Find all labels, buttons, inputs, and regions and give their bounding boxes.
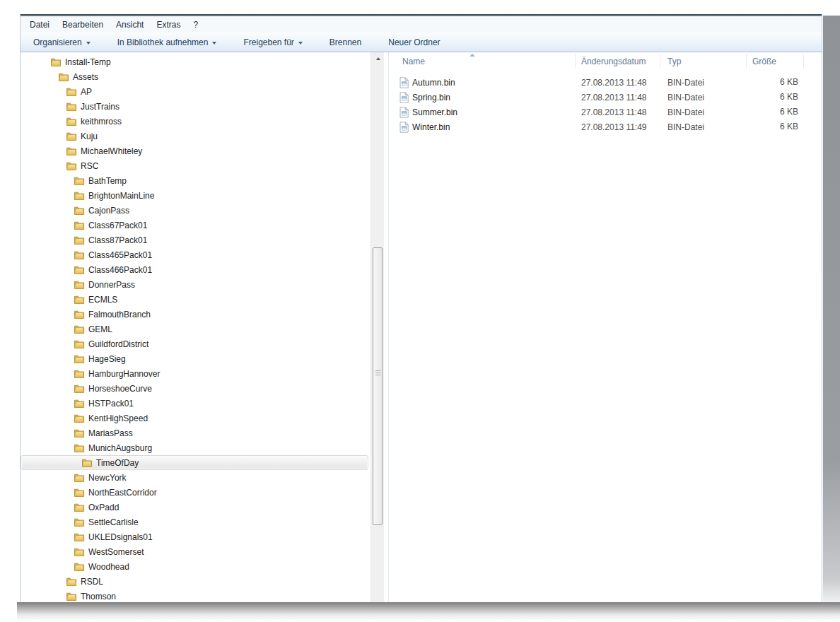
toolbar-button-neuer-ordner[interactable]: Neuer Ordner: [383, 35, 445, 49]
toolbar-button-in-bibliothek-aufnehmen[interactable]: In Bibliothek aufnehmen: [112, 35, 223, 49]
file-row-spring-bin[interactable]: Spring.bin 27.08.2013 11:48 BIN-Datei 6 …: [389, 90, 822, 105]
menu-item-label: Bearbeiten: [62, 20, 103, 30]
menu-item-label: ?: [193, 20, 198, 30]
folder-icon: [66, 102, 77, 112]
toolbar-button-freigeben-für[interactable]: Freigeben für: [238, 35, 308, 49]
column-header-size[interactable]: Größe: [747, 54, 804, 69]
tree-item-mariaspass[interactable]: MariasPass: [21, 426, 368, 440]
tree-item-brightonmainline[interactable]: BrightonMainLine: [21, 188, 368, 203]
tree-item-thomson[interactable]: Thomson: [21, 589, 368, 602]
tree-item-keithmross[interactable]: keithmross: [21, 114, 368, 129]
tree-item-label: MichaelWhiteley: [81, 146, 142, 156]
folder-icon: [74, 369, 85, 379]
tree-item-kenthighspeed[interactable]: KentHighSpeed: [21, 411, 368, 426]
file-row-winter-bin[interactable]: Winter.bin 27.08.2013 11:49 BIN-Datei 6 …: [389, 119, 822, 134]
tree-item-class465pack01[interactable]: Class465Pack01: [21, 247, 368, 262]
menu-item-ansicht[interactable]: Ansicht: [110, 18, 150, 32]
tree-item-install-temp[interactable]: Install-Temp: [21, 54, 368, 69]
folder-icon: [74, 413, 85, 423]
folder-icon: [50, 57, 62, 67]
tree-item-ecmls[interactable]: ECMLS: [21, 292, 368, 307]
tree-item-kuju[interactable]: Kuju: [21, 129, 368, 143]
menu-bar: DateiBearbeitenAnsichtExtras?: [21, 16, 822, 33]
tree-item-rsc[interactable]: RSC: [21, 158, 368, 173]
tree-item-label: Install-Temp: [65, 57, 111, 67]
tree-scrollbar[interactable]: [371, 52, 384, 602]
tree-item-falmouthbranch[interactable]: FalmouthBranch: [21, 307, 368, 322]
tree-item-newcyork[interactable]: NewcYork: [21, 470, 368, 485]
tree-item-northeastcorridor[interactable]: NorthEastCorridor: [21, 485, 368, 500]
toolbar-button-brennen[interactable]: Brennen: [324, 35, 367, 49]
column-header-type[interactable]: Typ: [660, 54, 747, 69]
folder-icon: [74, 250, 85, 260]
tree-item-label: BathTemp: [88, 176, 127, 186]
tree-item-geml[interactable]: GEML: [21, 322, 368, 336]
tree-item-label: MariasPass: [88, 428, 133, 438]
folder-icon: [74, 235, 85, 245]
file-name-cell: Winter.bin: [389, 122, 576, 133]
tree-item-guildforddistrict[interactable]: GuildfordDistrict: [21, 336, 368, 351]
file-size-cell: 6 KB: [747, 119, 804, 134]
menu-item-extras[interactable]: Extras: [150, 18, 187, 32]
tree-item-hamburghannover[interactable]: HamburgHannover: [21, 366, 368, 381]
menu-item-bearbeiten[interactable]: Bearbeiten: [56, 18, 110, 32]
tree-item-cajonpass[interactable]: CajonPass: [21, 203, 368, 218]
scrollbar-thumb[interactable]: [373, 247, 383, 525]
file-row-autumn-bin[interactable]: Autumn.bin 27.08.2013 11:48 BIN-Datei 6 …: [389, 75, 822, 90]
tree-item-munichaugsburg[interactable]: MunichAugsburg: [21, 440, 368, 455]
file-name: Autumn.bin: [412, 78, 455, 88]
tree-item-label: Class465Pack01: [88, 250, 152, 260]
tree-item-justtrains[interactable]: JustTrains: [21, 99, 368, 114]
tree-item-rsdl[interactable]: RSDL: [21, 574, 368, 589]
tree-item-settlecarlisle[interactable]: SettleCarlisle: [21, 515, 368, 529]
tree-item-oxpadd[interactable]: OxPadd: [21, 500, 368, 515]
tree-item-hstpack01[interactable]: HSTPack01: [21, 396, 368, 411]
tree-item-label: Class87Pack01: [88, 235, 147, 245]
tree-item-michaelwhiteley[interactable]: MichaelWhiteley: [21, 143, 368, 158]
tree-item-label: OxPadd: [88, 503, 119, 512]
tree-item-label: JustTrains: [81, 102, 119, 112]
tree-item-timeofday[interactable]: TimeOfDay: [21, 455, 368, 470]
folder-icon: [66, 577, 77, 587]
tree-item-bathtemp[interactable]: BathTemp: [21, 173, 368, 188]
toolbar-button-organisieren[interactable]: Organisieren: [28, 35, 96, 49]
explorer-window: DateiBearbeitenAnsichtExtras? Organisier…: [20, 14, 822, 602]
file-name: Spring.bin: [412, 93, 450, 102]
tree-item-class466pack01[interactable]: Class466Pack01: [21, 262, 368, 277]
menu-item-datei[interactable]: Datei: [23, 18, 56, 32]
file-row-summer-bin[interactable]: Summer.bin 27.08.2013 11:48 BIN-Datei 6 …: [389, 105, 822, 119]
tree-item-hagesieg[interactable]: HageSieg: [21, 351, 368, 366]
folder-icon: [74, 310, 85, 319]
column-header-name[interactable]: Name: [389, 54, 576, 69]
menu-item-label: Extras: [156, 20, 180, 30]
file-name: Summer.bin: [412, 107, 457, 117]
tree-item-woodhead[interactable]: Woodhead: [21, 559, 368, 574]
file-modified-cell: 27.08.2013 11:48: [576, 93, 660, 102]
tree-item-label: ECMLS: [88, 295, 117, 305]
toolbar-button-label: Brennen: [329, 37, 361, 47]
column-header-modified[interactable]: Änderungsdatum: [576, 54, 660, 69]
folder-icon: [74, 191, 85, 201]
scrollbar-up-button[interactable]: [371, 52, 385, 64]
triangle-up-icon: [376, 57, 380, 60]
tree-item-assets[interactable]: Assets: [21, 69, 368, 84]
folder-icon: [66, 87, 77, 97]
tree-item-westsomerset[interactable]: WestSomerset: [21, 544, 368, 559]
menu-item--[interactable]: ?: [187, 18, 204, 32]
file-modified-cell: 27.08.2013 11:48: [576, 78, 660, 88]
folder-icon: [66, 161, 77, 171]
tree-item-label: Class67Pack01: [88, 221, 147, 230]
tree-item-class87pack01[interactable]: Class87Pack01: [21, 233, 368, 247]
tree-item-ukledsignals01[interactable]: UKLEDsignals01: [21, 529, 368, 544]
tree-item-label: NorthEastCorridor: [88, 488, 157, 498]
tree-item-horseshoecurve[interactable]: HorseshoeCurve: [21, 381, 368, 396]
folder-icon: [74, 206, 85, 216]
folder-icon: [74, 221, 85, 230]
tree-item-label: GEML: [88, 324, 112, 334]
tree-item-donnerpass[interactable]: DonnerPass: [21, 277, 368, 292]
tree-item-class67pack01[interactable]: Class67Pack01: [21, 218, 368, 233]
column-header-size-label: Größe: [752, 57, 776, 66]
tree-item-label: keithmross: [81, 117, 122, 127]
tree-item-ap[interactable]: AP: [21, 84, 368, 99]
folder-icon: [66, 117, 77, 127]
